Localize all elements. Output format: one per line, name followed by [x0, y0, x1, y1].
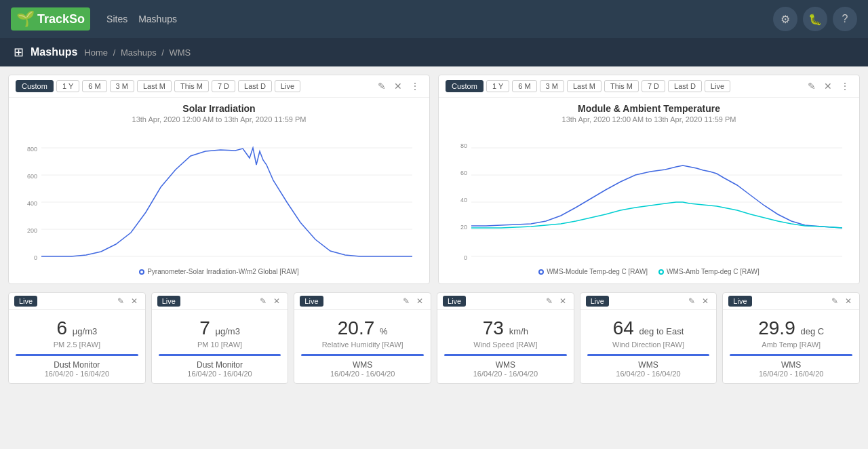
tile5-edit-btn[interactable]: ✎ [829, 296, 840, 307]
tile4-edit-btn[interactable]: ✎ [686, 296, 697, 307]
chart2-edit-btn[interactable]: ✎ [805, 79, 818, 93]
tile-pm25: Live ✎ ✕ 6 μg/m3 PM 2.5 [RAW] Dust Monit… [8, 292, 146, 384]
chart1-lastd-btn[interactable]: Last D [238, 80, 272, 92]
svg-text:04:08: 04:08 [84, 262, 96, 263]
svg-text:12:08: 12:08 [220, 262, 232, 263]
svg-text:19:08: 19:08 [338, 262, 351, 263]
breadcrumb-mashups[interactable]: Mashups [121, 47, 157, 58]
svg-text:05:08: 05:08 [531, 262, 543, 263]
tile1-label: PM 10 [RAW] [159, 340, 281, 349]
temperature-panel: Custom 1 Y 6 M 3 M Last M This M 7 D Las… [438, 75, 860, 284]
settings-button[interactable]: ⚙ [773, 7, 797, 31]
logo-text: TrackSo [37, 12, 85, 26]
logo-icon: 🌱 [16, 10, 35, 28]
svg-text:23:08: 23:08 [834, 262, 846, 263]
nav-sites[interactable]: Sites [106, 14, 127, 24]
tile2-edit-btn[interactable]: ✎ [401, 296, 412, 307]
chart2-more-btn[interactable]: ⋮ [837, 79, 852, 93]
chart1-svg-container: 0 200 400 600 800 02:08 [17, 128, 421, 265]
tile3-live-badge: Live [443, 296, 466, 307]
chart2-1y-btn[interactable]: 1 Y [486, 80, 509, 92]
svg-text:800: 800 [27, 146, 37, 153]
tile0-value: 6 μg/m3 [16, 318, 138, 339]
chart1-lastm-btn[interactable]: Last M [137, 80, 172, 92]
tile3-edit-btn[interactable]: ✎ [544, 296, 555, 307]
svg-text:08:08: 08:08 [152, 262, 164, 263]
tile2-close-btn[interactable]: ✕ [414, 296, 425, 307]
chart1-edit-btn[interactable]: ✎ [375, 79, 389, 93]
chart1-close-btn[interactable]: ✕ [391, 79, 405, 93]
tile3-body: 73 km/h Wind Speed [RAW] WMS 16/04/20 - … [437, 310, 574, 383]
tile3-label: Wind Speed [RAW] [444, 340, 567, 349]
chart1-live-btn[interactable]: Live [275, 80, 300, 92]
chart1-1y-btn[interactable]: 1 Y [56, 80, 79, 92]
chart1-more-btn[interactable]: ⋮ [408, 79, 422, 93]
chart1-6m-btn[interactable]: 6 M [82, 80, 106, 92]
chart2-live-btn[interactable]: Live [705, 80, 730, 92]
chart2-thism-btn[interactable]: This M [604, 80, 639, 92]
svg-text:12:08: 12:08 [650, 262, 662, 263]
legend-label-amb: WMS-Amb Temp-deg C [RAW] [667, 268, 760, 275]
tile0-edit-btn[interactable]: ✎ [115, 296, 126, 307]
tile1-close-btn[interactable]: ✕ [271, 296, 282, 307]
tile3-close-btn[interactable]: ✕ [557, 296, 568, 307]
tile4-unit: deg to East [639, 326, 684, 336]
tile5-source: WMS [730, 360, 852, 370]
chart2-area: Module & Ambient Temperature 13th Apr, 2… [439, 98, 859, 284]
nav-mashups[interactable]: Mashups [138, 14, 177, 24]
chart1-subtitle: 13th Apr, 2020 12:00 AM to 13th Apr, 202… [17, 115, 421, 123]
svg-text:02:08: 02:08 [50, 262, 62, 263]
nav-icons: ⚙ 🐛 ? [773, 7, 857, 31]
chart2-title: Module & Ambient Temperature [447, 103, 851, 114]
tile0-body: 6 μg/m3 PM 2.5 [RAW] Dust Monitor 16/04/… [9, 310, 145, 383]
legend-label-module: WMS-Module Temp-deg C [RAW] [547, 268, 648, 275]
breadcrumb-sep2: / [161, 47, 166, 58]
top-nav: 🌱 TrackSo Sites Mashups ⚙ 🐛 ? [0, 0, 868, 38]
chart2-custom-btn[interactable]: Custom [446, 80, 484, 92]
tile1-edit-btn[interactable]: ✎ [258, 296, 269, 307]
chart2-3m-btn[interactable]: 3 M [540, 80, 564, 92]
svg-text:06:08: 06:08 [548, 262, 560, 263]
tile4-close-btn[interactable]: ✕ [700, 296, 711, 307]
tile1-live-badge: Live [157, 296, 180, 307]
svg-text:03:08: 03:08 [497, 262, 509, 263]
tile0-close-btn[interactable]: ✕ [129, 296, 140, 307]
svg-text:80: 80 [460, 142, 467, 149]
bug-button[interactable]: 🐛 [803, 7, 827, 31]
chart1-custom-btn[interactable]: Custom [16, 80, 54, 92]
svg-text:0: 0 [34, 254, 37, 261]
svg-text:17:08: 17:08 [734, 262, 747, 263]
svg-text:02:08: 02:08 [480, 262, 492, 263]
chart2-6m-btn[interactable]: 6 M [512, 80, 536, 92]
help-button[interactable]: ? [833, 7, 857, 31]
logo[interactable]: 🌱 TrackSo [11, 7, 90, 31]
breadcrumb-path: Home / Mashups / WMS [84, 47, 191, 58]
chart1-7d-btn[interactable]: 7 D [212, 80, 235, 92]
chart2-lastd-btn[interactable]: Last D [668, 80, 702, 92]
tile1-toolbar: Live ✎ ✕ [152, 293, 288, 310]
svg-text:03:08: 03:08 [67, 262, 79, 263]
chart2-7d-btn[interactable]: 7 D [642, 80, 665, 92]
tile0-source: Dust Monitor [16, 360, 138, 370]
breadcrumb-home[interactable]: Home [84, 47, 108, 58]
legend-dot-amb [658, 269, 664, 275]
svg-text:05:08: 05:08 [101, 262, 113, 263]
chart1-thism-btn[interactable]: This M [174, 80, 209, 92]
tile0-toolbar: Live ✎ ✕ [9, 293, 145, 310]
tile1-unit: μg/m3 [215, 326, 239, 336]
chart2-lastm-btn[interactable]: Last M [567, 80, 601, 92]
svg-text:08:08: 08:08 [582, 262, 594, 263]
tile0-live-badge: Live [14, 296, 37, 307]
svg-text:09:08: 09:08 [599, 262, 611, 263]
svg-text:11:08: 11:08 [633, 262, 645, 263]
svg-text:21:08: 21:08 [802, 262, 814, 263]
tile-windspeed: Live ✎ ✕ 73 km/h Wind Speed [RAW] WMS 16… [437, 292, 574, 384]
tile3-date: 16/04/20 - 16/04/20 [444, 370, 567, 378]
chart2-svg-container: 0 20 40 60 80 [447, 128, 851, 265]
svg-text:07:08: 07:08 [135, 262, 147, 263]
chart1-3m-btn[interactable]: 3 M [110, 80, 134, 92]
tile5-close-btn[interactable]: ✕ [843, 296, 854, 307]
tile2-value: 20.7 % [301, 318, 424, 339]
chart2-close-btn[interactable]: ✕ [821, 79, 835, 93]
mashups-icon: ⊞ [14, 45, 24, 60]
